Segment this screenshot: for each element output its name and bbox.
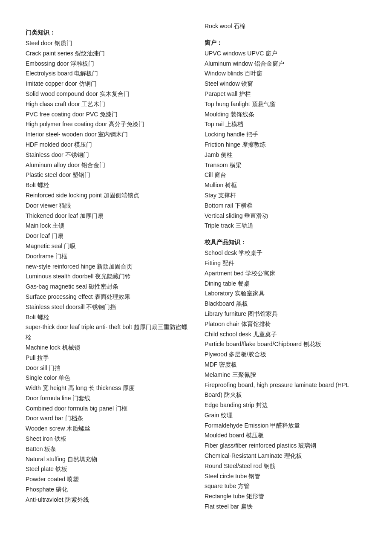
list-item: Door ward bar 门档条 [26,413,187,424]
list-item: Fitting 配件 [205,258,366,269]
list-item: Plywood 多层板/胶合板 [205,350,366,360]
list-item: Stainless steel doorsill 不锈钢门挡 [26,302,187,312]
list-item: super-thick door leaf triple anti- theft… [26,322,187,343]
list-item: Rectangle tube 矩形管 [205,491,366,502]
list-item: MDF 密度板 [205,360,366,370]
list-item: Grain 纹理 [205,410,366,421]
list-item: Door leaf 门扇 [26,231,187,241]
main-content: 门类知识：Steel door 钢质门Crack paint series 裂纹… [26,21,366,512]
list-item: Formaldehyde Emission 甲醛释放量 [205,421,366,431]
list-item: Stay 支撑杆 [205,191,366,201]
list-item: Steel window 铁窗 [205,79,366,89]
list-item: Main lock 主锁 [26,221,187,231]
list-item: Jamb 侧柱 [205,150,366,160]
list-item: High class craft door 工艺木门 [26,99,187,110]
list-item: Crack paint series 裂纹油漆门 [26,49,187,59]
list-item: Fiber glass/fiber reinforced plastics 玻璃… [205,441,366,451]
list-item: Flat steel bar 扁铁 [205,502,366,512]
list-item: UPVC windows UPVC 窗户 [205,49,366,59]
list-item: Melamine 三聚氰胺 [205,370,366,380]
list-item: Width 宽 height 高 long 长 thickness 厚度 [26,383,187,393]
section-title: 窗户： [205,39,366,47]
list-item: Door viewer 猫眼 [26,201,187,211]
list-item: Thickened door leaf 加厚门扇 [26,211,187,221]
list-item: Library furniture 图书馆家具 [205,309,366,319]
left-column: 门类知识：Steel door 钢质门Crack paint series 裂纹… [26,21,187,512]
list-item: Pull 拉手 [26,353,187,363]
list-item: Steel door 钢质门 [26,38,187,49]
list-item: Mullion 树框 [205,180,366,191]
list-item: Moulding 装饰线条 [205,110,366,120]
list-item: Reinforced side locking point 加固侧端锁点 [26,191,187,201]
list-item: Surface processing effect 表面处理效果 [26,292,187,302]
list-item: Electrolysis board 电解板门 [26,69,187,79]
list-item: Rock wool 石棉 [205,21,366,32]
list-item: Bolt 螺栓 [26,180,187,191]
list-item: Gas-bag magnetic seal 磁性密封条 [26,282,187,292]
list-item: Friction hinge 摩擦教练 [205,140,366,150]
list-item: Blackboard 黑板 [205,299,366,309]
list-item: Window blinds 百叶窗 [205,69,366,79]
list-item: Combined door formula big panel 门框 [26,404,187,414]
list-item: HDF molded door 模压门 [26,140,187,150]
list-item: Chemical-Resistant Laminate 理化板 [205,451,366,461]
list-item: Laboratory 实验室家具 [205,289,366,299]
list-item: Phosphate 磷化 [26,485,187,495]
list-item: Parapet wall 护栏 [205,89,366,99]
list-item: Embossing door 浮雕板门 [26,59,187,69]
list-item: Plastic steel door 塑钢门 [26,170,187,180]
list-item: Platoon chair 体育馆排椅 [205,319,366,330]
list-item: Single color 单色 [26,373,187,383]
list-item: Top rail 上横档 [205,119,366,130]
list-item: new-style reinforced hinge 新款加固合页 [26,262,187,272]
list-item: Doorframe 门框 [26,251,187,262]
list-item: Edge banding strip 封边 [205,400,366,410]
list-item: Natural stuffing 自然填充物 [26,454,187,465]
section-title: 校具产品知识： [205,239,366,246]
list-item: Sheet iron 铁板 [26,434,187,444]
list-item: Wooden screw 木质螺丝 [26,424,187,434]
list-item: Top hung fanlight 顶悬气窗 [205,99,366,110]
list-item: Solid wood compound door 实木复合门 [26,89,187,99]
list-item: Door formula line 门套线 [26,393,187,404]
list-item: Dining table 餐桌 [205,279,366,289]
list-item: Powder coated 喷塑 [26,474,187,485]
list-item: PVC free coating door PVC 免漆门 [26,110,187,120]
right-column: Rock wool 石棉窗户：UPVC windows UPVC 窗户Alumi… [205,21,366,512]
list-item: square tube 方管 [205,481,366,491]
list-item: Batten 板条 [26,444,187,454]
list-item: Aluminum window 铝合金窗户 [205,59,366,69]
list-item: Triple track 三轨道 [205,221,366,231]
list-item: Imitate copper door 仿铜门 [26,79,187,89]
list-item: Round Steel/steel rod 钢筋 [205,461,366,471]
list-item: Stainless door 不锈钢门 [26,150,187,160]
list-item: Bolt 螺栓 [26,312,187,323]
list-item: Cill 窗台 [205,170,366,180]
list-item: Aluminum alloy door 铝合金门 [26,160,187,171]
list-item: Fireproofing board, high pressure lamina… [205,380,366,401]
list-item: Magnetic seal 门吸 [26,241,187,251]
list-item: Moulded board 模压板 [205,431,366,441]
list-item: Locking handle 把手 [205,130,366,140]
list-item: Door sill 门挡 [26,363,187,373]
list-item: Vertical sliding 垂直滑动 [205,211,366,221]
list-item: Transom 横梁 [205,160,366,171]
list-item: Bottom rail 下横档 [205,201,366,211]
list-item: School desk 学校桌子 [205,248,366,258]
list-item: Steel plate 铁板 [26,464,187,474]
list-item: Luminous stealth doorbell 夜光隐藏门铃 [26,272,187,282]
list-item: Machine lock 机械锁 [26,343,187,353]
list-item: Steel circle tube 钢管 [205,471,366,482]
list-item: High polymer free coating door 高分子免漆门 [26,119,187,130]
list-item: Particle board/flake board/Chipboard 刨花板 [205,339,366,350]
list-item: Child school desk 儿童桌子 [205,330,366,340]
section-title: 门类知识： [26,29,187,37]
list-item: Anti-ultraviolet 防紫外线 [26,495,187,505]
list-item: Interior steel- wooden door 室内钢木门 [26,130,187,140]
list-item: Apartment bed 学校公寓床 [205,269,366,279]
